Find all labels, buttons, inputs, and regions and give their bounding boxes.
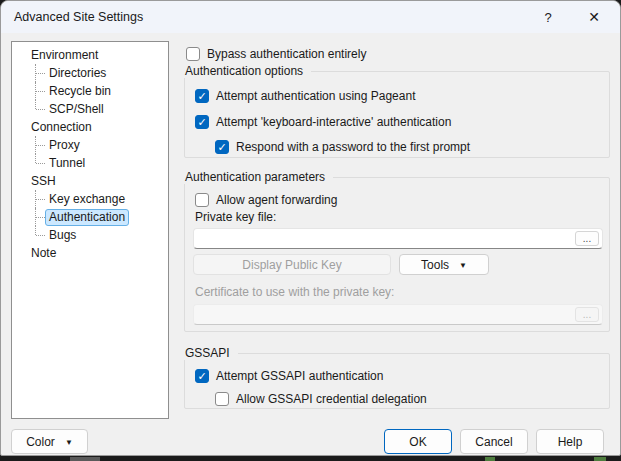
checkbox-gssapi-delegation[interactable]: ✓ Allow GSSAPI credential delegation [215, 391, 427, 407]
color-dropdown-button[interactable]: Color ▼ [11, 429, 88, 454]
tree-item-ssh[interactable]: SSH [12, 172, 168, 190]
tree-item-bugs[interactable]: Bugs [12, 226, 168, 244]
ok-button[interactable]: OK [384, 429, 452, 454]
private-key-browse-button[interactable]: ... [575, 231, 599, 246]
tree-item-environment[interactable]: Environment [12, 46, 168, 64]
group-title: Authentication parameters [184, 170, 333, 184]
tree-connector [35, 82, 45, 100]
checkbox-box: ✓ [215, 392, 229, 406]
checkbox-box: ✓ [215, 140, 229, 154]
checkbox-attempt-gssapi[interactable]: ✓ Attempt GSSAPI authentication [195, 368, 383, 384]
tree-connector [35, 100, 45, 118]
tree-item-tunnel[interactable]: Tunnel [12, 154, 168, 172]
background-artifact [594, 457, 606, 461]
title-bar: Advanced Site Settings ? ✕ [1, 1, 620, 33]
checkbox-agent-forwarding[interactable]: ✓ Allow agent forwarding [195, 192, 337, 208]
private-key-input[interactable] [200, 230, 572, 247]
checkbox-box: ✓ [186, 47, 200, 61]
settings-panel: ✓ Bypass authentication entirely Authent… [184, 41, 612, 429]
group-authentication-parameters: Authentication parameters ✓ Allow agent … [184, 177, 610, 332]
checkbox-box: ✓ [195, 369, 209, 383]
tree-connector [35, 190, 45, 208]
chevron-down-icon: ▼ [459, 261, 467, 270]
window-title: Advanced Site Settings [1, 10, 143, 24]
background-artifact [70, 457, 100, 461]
group-title: GSSAPI [184, 346, 238, 360]
tree-item-note[interactable]: Note [12, 244, 168, 262]
tree-connector [35, 64, 45, 82]
checkbox-respond-password[interactable]: ✓ Respond with a password to the first p… [215, 139, 470, 155]
checkbox-box: ✓ [195, 193, 209, 207]
check-icon: ✓ [197, 370, 206, 381]
tree-item-key-exchange[interactable]: Key exchange [12, 190, 168, 208]
checkbox-keyboard-interactive[interactable]: ✓ Attempt 'keyboard-interactive' authent… [195, 114, 451, 130]
tools-dropdown-button[interactable]: Tools ▼ [399, 254, 489, 275]
tree-connector [35, 208, 45, 226]
tree-item-directories[interactable]: Directories [12, 64, 168, 82]
tree-item-authentication[interactable]: Authentication [12, 208, 168, 226]
check-icon: ✓ [197, 116, 206, 127]
cancel-button[interactable]: Cancel [460, 429, 528, 454]
group-title: Authentication options [184, 64, 311, 78]
display-public-key-button[interactable]: Display Public Key [193, 254, 391, 275]
checkbox-bypass-authentication[interactable]: ✓ Bypass authentication entirely [186, 46, 366, 62]
help-icon[interactable]: ? [528, 1, 568, 33]
certificate-field-container: ... [193, 304, 603, 325]
checkbox-attempt-pageant[interactable]: ✓ Attempt authentication using Pageant [195, 88, 415, 104]
check-icon: ✓ [217, 141, 226, 152]
certificate-browse-button: ... [575, 307, 599, 322]
private-key-field-container: ... [193, 228, 603, 249]
tree-item-recycle-bin[interactable]: Recycle bin [12, 82, 168, 100]
background-artifact [485, 457, 495, 461]
close-icon[interactable]: ✕ [574, 1, 614, 33]
tree-item-connection[interactable]: Connection [12, 118, 168, 136]
checkbox-box: ✓ [195, 89, 209, 103]
certificate-label: Certificate to use with the private key: [195, 285, 394, 299]
help-button[interactable]: Help [536, 429, 604, 454]
checkbox-box: ✓ [195, 115, 209, 129]
settings-tree: Environment Directories Recycle bin SCP/… [11, 41, 169, 419]
chevron-down-icon: ▼ [65, 438, 73, 447]
tree-connector [35, 154, 45, 172]
check-icon: ✓ [197, 90, 206, 101]
tree-item-proxy[interactable]: Proxy [12, 136, 168, 154]
private-key-file-label: Private key file: [195, 210, 276, 224]
advanced-site-settings-dialog: Advanced Site Settings ? ✕ Environment D… [0, 0, 621, 456]
certificate-input [200, 306, 572, 323]
tree-connector [35, 226, 45, 244]
group-authentication-options: Authentication options ✓ Attempt authent… [184, 71, 610, 158]
tree-connector [35, 136, 45, 154]
group-gssapi: GSSAPI ✓ Attempt GSSAPI authentication ✓… [184, 353, 610, 409]
tree-item-scp-shell[interactable]: SCP/Shell [12, 100, 168, 118]
